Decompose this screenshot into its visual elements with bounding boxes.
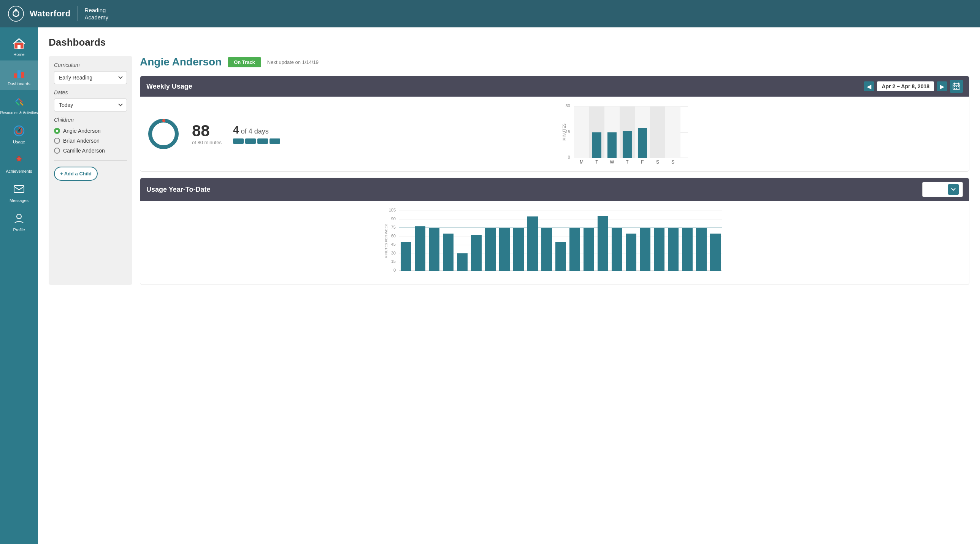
svg-rect-39 <box>665 107 681 158</box>
curriculum-dropdown[interactable]: Early Reading Math Science <box>54 71 127 84</box>
svg-rect-11 <box>14 186 24 193</box>
svg-rect-78 <box>527 217 538 271</box>
weekly-bar-chart-svg: 30 15 0 MINUTES <box>291 104 963 164</box>
dates-dropdown[interactable]: Today This Week This Month <box>54 99 127 112</box>
svg-rect-76 <box>499 228 510 271</box>
radio-brian[interactable] <box>54 138 60 144</box>
calendar-button[interactable] <box>950 80 963 93</box>
svg-text:30: 30 <box>391 251 396 255</box>
children-label: Children <box>54 117 127 123</box>
ytd-card: Usage Year-To-Date Minutes <box>140 178 969 285</box>
sidebar: Home Dashboards R <box>0 27 38 544</box>
svg-rect-38 <box>650 107 665 158</box>
svg-text:S: S <box>671 160 675 164</box>
svg-rect-71 <box>429 228 439 271</box>
ytd-title: Usage Year-To-Date <box>146 186 210 194</box>
chevron-down-icon <box>951 188 956 191</box>
days-count: 4 <box>233 124 239 136</box>
radio-camille[interactable] <box>54 148 60 154</box>
child-item-angie[interactable]: Angie Anderson <box>54 126 127 136</box>
next-update: Next update on 1/14/19 <box>267 59 318 65</box>
sidebar-item-resources[interactable]: Resources & Activities <box>0 90 38 119</box>
sidebar-label-dashboards: Dashboards <box>8 81 30 86</box>
day-bar-1 <box>233 139 244 144</box>
left-panel: Curriculum Early Reading Math Science Da… <box>49 56 132 285</box>
panel-divider <box>54 160 127 161</box>
svg-line-8 <box>19 129 21 130</box>
dashboards-icon <box>12 66 26 80</box>
sidebar-item-usage[interactable]: Usage <box>0 119 38 148</box>
svg-rect-91 <box>710 234 721 271</box>
svg-rect-19 <box>956 86 957 87</box>
weekly-usage-card: Weekly Usage ◀ Apr 2 – Apr 8, 2018 ▶ <box>140 76 969 172</box>
logo-text: Waterford <box>30 9 71 19</box>
svg-rect-3 <box>14 73 17 78</box>
child-name-angie: Angie Anderson <box>63 128 101 134</box>
content-area: Dashboards Curriculum Early Reading Math… <box>38 27 980 544</box>
svg-text:0: 0 <box>568 155 570 160</box>
svg-rect-77 <box>513 228 524 271</box>
date-next-button[interactable]: ▶ <box>937 81 947 91</box>
svg-rect-41 <box>608 132 617 158</box>
days-bars <box>233 139 280 144</box>
svg-rect-22 <box>956 88 957 89</box>
date-nav: ◀ Apr 2 – Apr 8, 2018 ▶ <box>864 80 963 93</box>
sidebar-item-home[interactable]: Home <box>0 31 38 61</box>
sidebar-item-messages[interactable]: Messages <box>0 177 38 207</box>
sidebar-label-achievements: Achievements <box>6 169 32 174</box>
add-child-button[interactable]: + Add a Child <box>54 167 98 181</box>
svg-rect-83 <box>598 216 608 271</box>
days-info: 4 of 4 days <box>233 124 280 144</box>
weekly-usage-header: Weekly Usage ◀ Apr 2 – Apr 8, 2018 ▶ <box>140 76 969 97</box>
children-list: Angie Anderson Brian Anderson Camille An… <box>54 126 127 156</box>
minutes-sub: of 80 minutes <box>192 140 222 145</box>
svg-rect-84 <box>612 228 622 271</box>
svg-text:M: M <box>580 160 584 164</box>
days-text: 4 of 4 days <box>233 124 269 136</box>
sidebar-item-achievements[interactable]: Achievements <box>0 148 38 177</box>
on-track-badge: On Track <box>228 57 261 67</box>
weekly-usage-body: 88 of 80 minutes 4 of 4 days <box>140 97 969 171</box>
usage-icon <box>12 124 26 138</box>
sidebar-label-profile: Profile <box>13 228 25 232</box>
date-range: Apr 2 – Apr 8, 2018 <box>877 81 934 91</box>
svg-rect-2 <box>18 45 21 49</box>
resources-icon <box>12 95 26 109</box>
date-prev-button[interactable]: ◀ <box>864 81 874 91</box>
main-layout: Home Dashboards R <box>0 27 980 544</box>
svg-text:90: 90 <box>391 217 396 221</box>
svg-rect-40 <box>592 132 601 158</box>
svg-point-10 <box>18 158 20 160</box>
weekly-usage-title: Weekly Usage <box>146 83 192 91</box>
header-subtitle: Reading Academy <box>85 6 109 21</box>
child-item-camille[interactable]: Camille Anderson <box>54 146 127 156</box>
waterford-logo-icon <box>8 5 24 22</box>
sidebar-item-profile[interactable]: Profile <box>0 207 38 236</box>
svg-rect-72 <box>443 234 453 271</box>
svg-rect-42 <box>623 131 632 158</box>
dates-label: Dates <box>54 89 127 96</box>
radio-angie[interactable] <box>54 128 60 134</box>
student-header: Angie Anderson On Track Next update on 1… <box>140 56 969 68</box>
sidebar-item-dashboards[interactable]: Dashboards <box>0 61 38 90</box>
svg-text:F: F <box>641 160 644 164</box>
child-item-brian[interactable]: Brian Anderson <box>54 136 127 146</box>
svg-rect-69 <box>401 242 411 271</box>
svg-rect-86 <box>640 228 651 271</box>
student-name: Angie Anderson <box>140 56 222 68</box>
svg-rect-4 <box>18 70 21 78</box>
minutes-dropdown-arrow <box>948 184 959 195</box>
svg-rect-75 <box>485 228 496 271</box>
svg-text:MINUTES PER WEEK: MINUTES PER WEEK <box>384 224 388 259</box>
weekly-bar-chart: 30 15 0 MINUTES <box>291 104 963 164</box>
minutes-dropdown[interactable]: Minutes <box>922 182 963 197</box>
svg-rect-74 <box>471 235 482 271</box>
svg-text:75: 75 <box>391 225 396 230</box>
calendar-icon <box>953 83 960 90</box>
page-title: Dashboards <box>49 37 969 48</box>
child-name-brian: Brian Anderson <box>63 138 100 144</box>
minutes-info: 88 of 80 minutes <box>192 123 222 145</box>
sidebar-label-home: Home <box>13 52 24 57</box>
achievements-icon <box>12 153 26 167</box>
svg-point-24 <box>150 121 177 147</box>
